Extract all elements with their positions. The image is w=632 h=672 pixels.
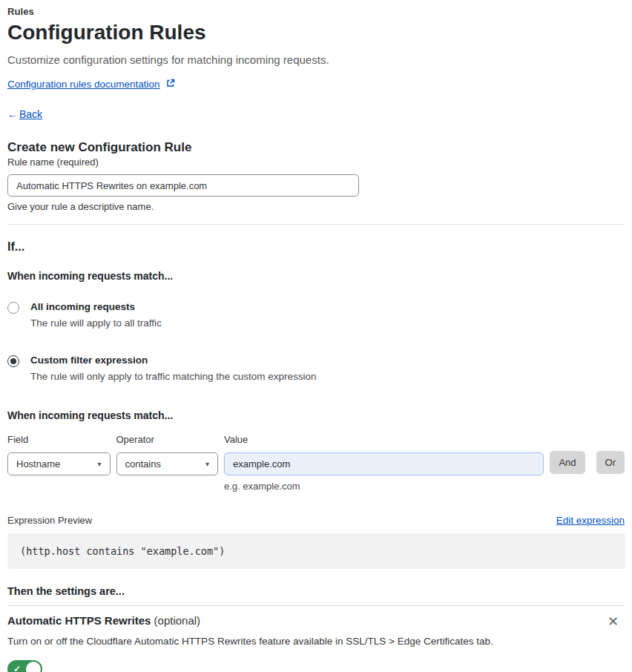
page-title: Configuration Rules	[7, 21, 625, 45]
back-arrow-icon: ←	[7, 108, 18, 120]
match-heading: When incoming requests match...	[7, 270, 625, 282]
field-select[interactable]: Hostname ▾	[7, 452, 111, 475]
back-link[interactable]: Back	[19, 108, 42, 120]
chevron-down-icon: ▾	[97, 460, 101, 468]
documentation-link-row: Configuration rules documentation	[7, 77, 625, 90]
value-label: Value	[224, 434, 544, 445]
radio-button-icon[interactable]	[7, 302, 19, 314]
rule-name-help: Give your rule a descriptive name.	[7, 201, 625, 212]
radio-description: The rule will only apply to traffic matc…	[30, 371, 316, 382]
page-subtitle: Customize configuration settings for mat…	[7, 53, 625, 66]
expression-code-text: (http.host contains "example.com")	[20, 545, 225, 557]
rule-name-label: Rule name (required)	[7, 157, 99, 168]
field-label: Field	[7, 434, 111, 445]
radio-label: All incoming requests	[30, 301, 162, 312]
operator-select[interactable]: contains ▾	[116, 452, 219, 475]
create-rule-heading: Create new Configuration Rule	[7, 140, 625, 155]
radio-all-incoming-requests[interactable]: All incoming requests The rule will appl…	[7, 301, 625, 329]
value-hint: e.g. example.com	[224, 481, 544, 492]
expression-builder-row: Field Hostname ▾ Operator contains ▾ Val…	[7, 434, 625, 492]
connector-buttons: And Or	[550, 451, 625, 492]
setting-divider	[7, 605, 625, 606]
back-row: ←Back	[7, 108, 625, 120]
and-button[interactable]: And	[550, 451, 585, 474]
setting-title: Automatic HTTPS Rewrites (optional)	[7, 614, 200, 627]
radio-custom-filter-expression[interactable]: Custom filter expression The rule will o…	[7, 355, 625, 382]
if-heading: If...	[7, 240, 625, 254]
operator-select-value: contains	[125, 458, 161, 470]
section-divider	[7, 224, 625, 225]
expression-preview-label: Expression Preview	[7, 515, 92, 526]
https-rewrites-toggle[interactable]: ✓	[7, 660, 42, 672]
toggle-knob[interactable]	[26, 662, 41, 672]
setting-header: Automatic HTTPS Rewrites (optional) ✕	[7, 614, 625, 628]
field-select-value: Hostname	[16, 458, 60, 470]
edit-expression-link[interactable]: Edit expression	[556, 515, 625, 526]
documentation-link[interactable]: Configuration rules documentation	[7, 79, 160, 90]
external-link-icon	[166, 77, 175, 90]
radio-button-icon[interactable]	[7, 355, 19, 367]
expression-preview-row: Expression Preview Edit expression	[7, 515, 625, 526]
then-settings-heading: Then the settings are...	[7, 585, 625, 597]
radio-label: Custom filter expression	[30, 355, 316, 366]
match-type-radio-group: All incoming requests The rule will appl…	[7, 301, 625, 382]
close-icon[interactable]: ✕	[602, 615, 625, 628]
chevron-down-icon: ▾	[205, 460, 209, 468]
setting-description: Turn on or off the Cloudflare Automatic …	[7, 636, 625, 647]
expression-builder-heading: When incoming requests match...	[7, 409, 625, 421]
setting-optional-label: (optional)	[151, 614, 200, 627]
breadcrumb: Rules	[7, 6, 625, 17]
radio-description: The rule will apply to all traffic	[30, 317, 162, 329]
or-button[interactable]: Or	[596, 451, 625, 474]
check-icon: ✓	[13, 664, 21, 672]
value-input[interactable]	[224, 452, 544, 475]
rule-name-input[interactable]	[7, 174, 359, 197]
setting-name: Automatic HTTPS Rewrites	[7, 614, 151, 627]
operator-label: Operator	[116, 434, 219, 445]
expression-preview-code: (http.host contains "example.com")	[7, 533, 625, 569]
